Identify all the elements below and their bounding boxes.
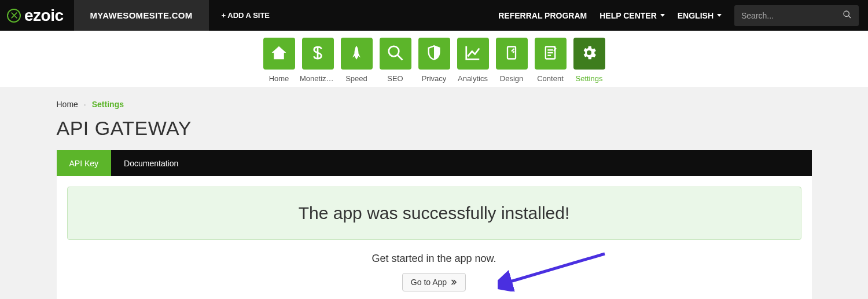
breadcrumb: Home · Settings xyxy=(57,100,812,109)
chevron-double-right-icon xyxy=(450,279,457,286)
svg-line-1 xyxy=(848,16,851,18)
device-icon xyxy=(503,45,520,63)
nav-tile-speed[interactable]: Speed xyxy=(341,38,373,83)
breadcrumb-home[interactable]: Home xyxy=(57,100,78,109)
topbar: ezoic MYAWESOMESITE.COM + ADD A SITE REF… xyxy=(0,0,868,31)
language-dropdown[interactable]: ENGLISH xyxy=(678,11,722,20)
go-to-app-label: Go to App xyxy=(411,278,447,287)
caret-down-icon xyxy=(717,14,722,17)
home-icon xyxy=(270,44,288,63)
main-nav: Home Monetiza... Speed SEO Privacy xyxy=(0,31,868,88)
logo[interactable]: ezoic xyxy=(0,0,74,31)
nav-label-content: Content xyxy=(537,74,564,83)
tab-documentation[interactable]: Documentation xyxy=(111,150,191,176)
search-box[interactable] xyxy=(734,5,859,26)
nav-tile-home[interactable]: Home xyxy=(263,38,295,83)
magnifier-icon xyxy=(387,44,404,63)
nav-label-monetization: Monetiza... xyxy=(300,74,336,83)
search-input[interactable] xyxy=(741,11,843,20)
nav-label-seo: SEO xyxy=(387,74,403,83)
nav-label-privacy: Privacy xyxy=(422,74,447,83)
nav-tile-analytics[interactable]: Analytics xyxy=(457,38,489,83)
nav-label-speed: Speed xyxy=(345,74,367,83)
site-name: MYAWESOMESITE.COM xyxy=(90,10,193,20)
tab-documentation-label: Documentation xyxy=(124,159,178,168)
tab-api-key-label: API Key xyxy=(69,159,99,168)
referral-program-link[interactable]: REFERRAL PROGRAM xyxy=(498,11,587,20)
search-icon[interactable] xyxy=(843,10,852,21)
logo-text: ezoic xyxy=(24,6,64,25)
gear-icon xyxy=(580,44,598,63)
nav-tile-monetization[interactable]: Monetiza... xyxy=(302,38,334,83)
referral-label: REFERRAL PROGRAM xyxy=(498,11,587,20)
nav-label-analytics: Analytics xyxy=(458,74,488,83)
ezoic-logo-icon xyxy=(7,9,21,23)
breadcrumb-separator: · xyxy=(84,100,86,109)
nav-tile-settings[interactable]: Settings xyxy=(573,38,605,83)
success-message: The app was successfully installed! xyxy=(299,203,570,223)
add-site-button[interactable]: + ADD A SITE xyxy=(209,0,282,31)
shield-icon xyxy=(426,45,442,63)
current-site-tab[interactable]: MYAWESOMESITE.COM xyxy=(74,0,209,31)
panel-subtext: Get started in the app now. xyxy=(57,253,812,265)
nav-tile-privacy[interactable]: Privacy xyxy=(418,38,450,83)
content: Home · Settings API GATEWAY API Key Docu… xyxy=(57,88,812,299)
rocket-icon xyxy=(348,45,365,63)
svg-point-0 xyxy=(844,11,849,16)
caret-down-icon xyxy=(660,14,665,17)
language-label: ENGLISH xyxy=(678,11,713,20)
page-title: API GATEWAY xyxy=(57,117,812,140)
document-icon xyxy=(542,45,558,63)
svg-point-2 xyxy=(389,46,399,57)
svg-rect-4 xyxy=(507,47,516,59)
topbar-right: REFERRAL PROGRAM HELP CENTER ENGLISH xyxy=(498,0,868,31)
success-alert: The app was successfully installed! xyxy=(67,187,801,240)
nav-tile-seo[interactable]: SEO xyxy=(380,38,411,83)
help-center-dropdown[interactable]: HELP CENTER xyxy=(599,11,665,20)
breadcrumb-current: Settings xyxy=(92,100,124,109)
svg-point-9 xyxy=(587,50,591,55)
add-site-label: + ADD A SITE xyxy=(222,11,270,20)
tab-api-key[interactable]: API Key xyxy=(57,150,112,176)
nav-label-settings: Settings xyxy=(576,74,603,83)
nav-label-home: Home xyxy=(269,74,289,83)
help-label: HELP CENTER xyxy=(599,11,657,20)
go-to-app-button[interactable]: Go to App xyxy=(402,273,466,291)
svg-line-3 xyxy=(398,55,403,60)
nav-tiles: Home Monetiza... Speed SEO Privacy xyxy=(0,38,868,83)
nav-tile-content[interactable]: Content xyxy=(535,38,567,83)
tab-bar: API Key Documentation xyxy=(57,150,812,176)
content-panel: The app was successfully installed! Get … xyxy=(57,176,812,299)
nav-tile-design[interactable]: Design xyxy=(496,38,528,83)
nav-label-design: Design xyxy=(500,74,523,83)
chart-icon xyxy=(464,44,481,63)
dollar-icon xyxy=(309,44,326,63)
